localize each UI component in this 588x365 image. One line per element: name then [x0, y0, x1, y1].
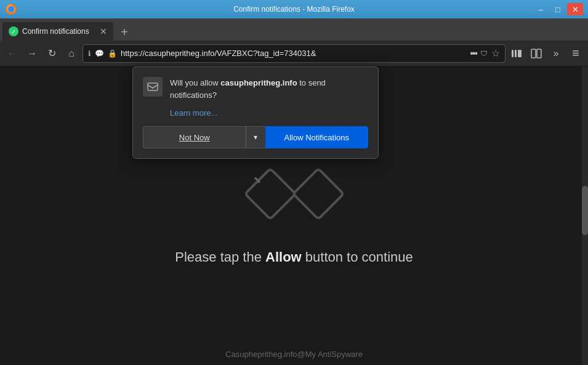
popup-site-name: casuphepritheg.info [220, 78, 297, 87]
svg-rect-10 [148, 83, 158, 90]
library-button[interactable] [508, 45, 525, 62]
svg-rect-7 [245, 168, 296, 219]
svg-point-1 [8, 6, 14, 12]
not-now-button[interactable]: Not Now [143, 126, 246, 148]
minimize-button[interactable]: – [533, 3, 549, 15]
popup-question-text: Will you allow casuphepritheg.info to se… [170, 77, 368, 101]
message-icon [147, 81, 159, 93]
site-logo-icon [240, 167, 348, 228]
popup-header: Will you allow casuphepritheg.info to se… [143, 77, 368, 101]
scrollbar-thumb[interactable] [582, 186, 588, 235]
reader-view-button[interactable] [528, 45, 545, 62]
tab-title: Confirm notifications [22, 27, 96, 36]
lock-icon: 🔒 [108, 49, 117, 58]
popup-buttons: Not Now ▾ Allow Notifications [143, 126, 368, 148]
forward-button[interactable]: → [23, 45, 41, 62]
popup-question-prefix: Will you allow [170, 78, 220, 87]
titlebar-left [5, 3, 17, 15]
active-tab[interactable]: ✓ Confirm notifications ✕ [2, 22, 113, 41]
home-button[interactable]: ⌂ [63, 45, 80, 62]
svg-rect-6 [537, 49, 541, 58]
tab-favicon: ✓ [9, 26, 18, 36]
page-text-suffix: button to continue [302, 249, 413, 265]
svg-rect-8 [293, 168, 344, 219]
close-button[interactable]: ✕ [567, 3, 583, 15]
maximize-button[interactable]: □ [550, 3, 566, 15]
svg-rect-2 [512, 50, 513, 57]
window-title: Confirm notifications - Mozilla Firefox [0, 5, 588, 14]
address-bar-container: ℹ 💬 🔒 ••• 🛡 ☆ [83, 44, 505, 63]
shield-button[interactable]: 🛡 [480, 49, 488, 58]
allow-notifications-button[interactable]: Allow Notifications [265, 126, 369, 148]
tab-bar: ✓ Confirm notifications ✕ + [0, 18, 588, 41]
page-footer: Casuphepritheg.info@My AntiSpyware [225, 350, 363, 359]
chat-icon: 💬 [95, 49, 104, 58]
dropdown-button[interactable]: ▾ [246, 126, 265, 148]
scrollbar[interactable] [582, 66, 588, 365]
svg-rect-5 [531, 49, 536, 58]
svg-rect-3 [515, 50, 517, 57]
library-icon [510, 47, 523, 60]
new-tab-button[interactable]: + [116, 23, 133, 41]
reload-button[interactable]: ↻ [43, 45, 60, 62]
extensions-button[interactable]: » [547, 45, 565, 62]
menu-button[interactable]: ≡ [567, 45, 584, 62]
window-controls: – □ ✕ [533, 3, 583, 15]
back-button[interactable]: ← [4, 45, 21, 62]
more-button[interactable]: ••• [470, 48, 477, 59]
tab-close-button[interactable]: ✕ [100, 26, 107, 36]
learn-more-link[interactable]: Learn more... [170, 108, 368, 118]
title-bar: Confirm notifications - Mozilla Firefox … [0, 0, 588, 18]
info-icon[interactable]: ℹ [88, 49, 91, 58]
page-main-text: Please tap the Allow button to continue [175, 249, 413, 265]
logo-area [240, 167, 348, 231]
popup-message-icon [143, 77, 163, 97]
firefox-logo-icon [5, 3, 17, 15]
notification-popup: Will you allow casuphepritheg.info to se… [132, 66, 379, 159]
page-text-prefix: Please tap the [175, 249, 265, 265]
reader-icon [531, 49, 542, 58]
address-input[interactable] [121, 49, 466, 58]
svg-rect-4 [518, 50, 522, 57]
bookmark-button[interactable]: ☆ [491, 47, 500, 59]
page-text-bold: Allow [265, 249, 302, 265]
browser-toolbar: ← → ↻ ⌂ ℹ 💬 🔒 ••• 🛡 ☆ » ≡ [0, 41, 588, 66]
